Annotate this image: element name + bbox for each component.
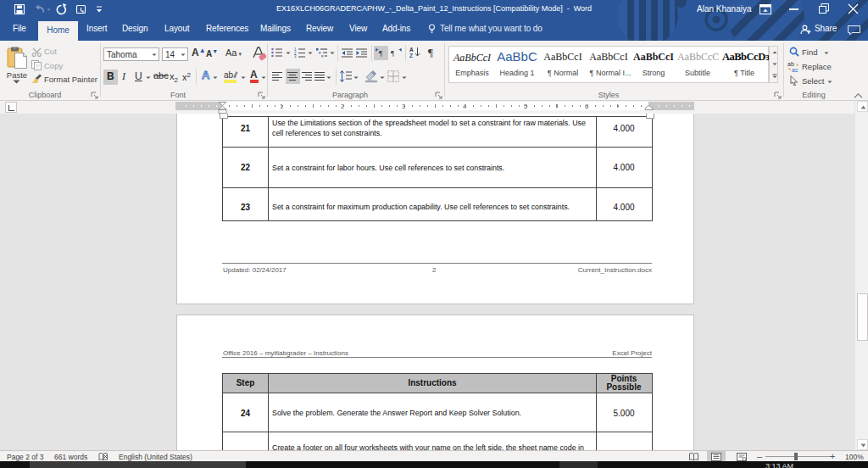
svg-text:¶: ¶ xyxy=(391,49,394,58)
svg-text:ac: ac xyxy=(792,67,798,72)
svg-text:3: 3 xyxy=(294,54,297,58)
svg-text:ab: ab xyxy=(224,70,234,80)
svg-text:Z: Z xyxy=(409,53,413,58)
svg-text:¶: ¶ xyxy=(379,49,382,58)
svg-text:ab: ab xyxy=(787,61,794,67)
svg-text:A: A xyxy=(409,47,414,53)
